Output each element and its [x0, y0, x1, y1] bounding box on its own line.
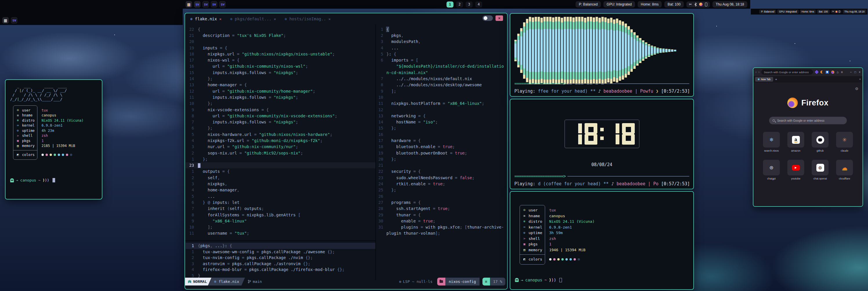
scissors-icon[interactable]: ✂	[689, 3, 692, 6]
prompt-arrow: →	[16, 178, 18, 182]
url-bar[interactable]: Search with Google or enter address	[761, 69, 813, 75]
home-icon[interactable]: ⌂	[837, 70, 839, 74]
audio-icon[interactable]	[699, 3, 703, 6]
tag-chip[interactable]: $W	[11, 17, 18, 24]
extension-fox-icon[interactable]	[831, 70, 834, 74]
shortcut-chatgpt[interactable]: ⊛chatgpt	[763, 160, 780, 180]
workspace-3[interactable]: 3	[466, 1, 473, 7]
code-line: 12	[377, 107, 507, 113]
cava-bar	[607, 19, 610, 83]
cava-bar	[584, 18, 586, 83]
vertical-split-divider[interactable]	[375, 24, 376, 280]
horizontal-split-divider[interactable]	[185, 240, 375, 241]
newtab-search-bar[interactable]: Search with Google or enter address	[769, 117, 847, 124]
new-tab-button[interactable]: +	[775, 78, 777, 81]
code-pane-iso[interactable]: 1{2 pkgs,3 modulesPath,4 ...5}: {6 impor…	[377, 26, 507, 236]
cava-bar	[601, 17, 604, 84]
tab-new-tab[interactable]: New Tab	[755, 77, 773, 82]
editor-toggle-switch[interactable]	[483, 16, 493, 21]
code-line: 2 self,	[186, 175, 375, 181]
code-line: 18 nixpkgs.url = "github:nixos/nixpkgs/n…	[186, 51, 375, 57]
extension-shield-icon[interactable]	[826, 70, 829, 74]
tag-chip[interactable]: $W	[203, 1, 209, 7]
app-launcher-button[interactable]: ▦	[186, 1, 192, 7]
workspace-2[interactable]: 2	[456, 1, 463, 7]
shortcut-amazon[interactable]: aamazon	[787, 132, 804, 152]
extension-moon-icon[interactable]	[820, 70, 823, 74]
shortcut-search-nixos[interactable]: ❄search.nixos	[763, 132, 780, 152]
code-line: 6 };	[186, 125, 375, 131]
separator-rule	[567, 176, 689, 177]
cava-bar	[604, 18, 607, 83]
search.nixos-icon: ❄	[769, 137, 773, 143]
close-button[interactable]: ×	[859, 70, 861, 74]
prompt-path: ~	[544, 278, 547, 282]
taglist: $W$W$W$W	[194, 1, 226, 7]
editor-tab-pkgs-default-[interactable]: ❄pkgs/default...×	[230, 17, 276, 21]
chatgpt-icon: ⊛	[769, 165, 773, 171]
code-line: 10 };	[186, 100, 375, 107]
cava-bar	[526, 19, 528, 82]
cava-bar	[523, 22, 525, 79]
settings-gear-icon[interactable]: ⚙	[855, 87, 859, 91]
shortcut-youtube[interactable]: ▶youtube	[787, 160, 804, 180]
shell-prompt[interactable]: → canopus ~ )))	[515, 278, 562, 282]
back-icon[interactable]: ‹	[755, 70, 756, 74]
forward-icon[interactable]: ›	[758, 70, 760, 74]
code-line: 4 firefox-mod-blur = pkgs.callPackage ./…	[186, 267, 375, 273]
code-line: 9 nix-vscode-extensions = {	[186, 107, 375, 113]
code-pane-flake[interactable]: 22{21 description = "tux's NixOS Flake";…	[186, 26, 375, 236]
minimize-button[interactable]: −	[850, 70, 852, 74]
user-value: tux	[41, 108, 84, 113]
editor-tab-hosts-isoImag-[interactable]: ❄hosts/isoImag..×	[285, 17, 331, 21]
extension-gem-icon[interactable]	[815, 70, 819, 74]
clock-digit	[622, 123, 635, 145]
editor-close-button[interactable]: ×	[496, 16, 503, 21]
workspace-4[interactable]: 4	[475, 1, 482, 7]
shortcut-github[interactable]: github	[812, 132, 829, 152]
phone-icon	[839, 10, 840, 13]
cava-bar	[558, 17, 560, 84]
tag-chip[interactable]: $W	[211, 1, 217, 7]
code-line: 24 rtkit.enable = true;	[377, 181, 507, 187]
code-line: 22 security = {	[377, 169, 507, 175]
cava-bar	[668, 49, 671, 52]
workspace-1[interactable]: 1	[446, 1, 454, 7]
shortcut-label: chat.openai	[813, 177, 827, 180]
shell-prompt[interactable]: → canopus ~ )))	[10, 178, 55, 182]
ghost-icon	[10, 178, 14, 182]
terminal-color-palette	[41, 154, 72, 156]
cava-bar	[593, 18, 595, 83]
code-line: 3 nixpkgs,	[186, 181, 375, 187]
editor-cursor	[198, 163, 200, 168]
menu-icon[interactable]: ≡	[841, 70, 843, 74]
editor-tab-flake-nix[interactable]: ❄flake.nix×	[190, 17, 222, 21]
app-launcher-button-left[interactable]: ▦	[2, 17, 9, 24]
maximize-button[interactable]: □	[855, 70, 856, 74]
tag-chip[interactable]: $W	[194, 1, 200, 7]
shell-icon: >	[16, 134, 20, 138]
shortcut-claude[interactable]: ✳claude	[836, 132, 853, 152]
tab-list-chevron-icon[interactable]: ˅	[859, 78, 861, 81]
status-pills: P: BalancedGPU: IntegratedHome: 6msBat: …	[759, 9, 829, 13]
code-pane-pkgs[interactable]: 1{pkgs, ...}: {1 tux-awesome-wm-config =…	[186, 243, 375, 279]
cava-bar	[656, 48, 659, 54]
kernel-value: 6.9.8-zen1	[549, 225, 595, 230]
shortcut-cloudflare[interactable]: ☁cloudflare	[836, 160, 853, 180]
phone-icon[interactable]	[705, 3, 707, 6]
code-line: 4 ...	[377, 45, 507, 51]
status-pill: GPU: Integrated	[603, 1, 635, 7]
cava-bar	[642, 40, 644, 61]
status-pill: Home: 8ms	[638, 1, 662, 7]
tray-icons: ✂	[686, 1, 710, 7]
pkgs-value: 1	[549, 241, 595, 247]
fastfetch-key-box: ☺user≡hname❄distro⌨kernel⊙uptime>shell▣p…	[520, 205, 545, 265]
code-line: 23	[186, 162, 375, 169]
shortcut-chat-openai[interactable]: ⊛chat.openai	[812, 160, 829, 180]
bluetooth-icon[interactable]	[694, 3, 697, 6]
tag-chip[interactable]: $W	[219, 1, 226, 7]
code-line: 19 bluetooth.powerOnBoot = true;	[377, 150, 507, 156]
code-line: 4 home-manager,	[186, 187, 375, 193]
code-line: 26	[377, 193, 507, 199]
shortcut-label: chatgpt	[767, 177, 776, 180]
